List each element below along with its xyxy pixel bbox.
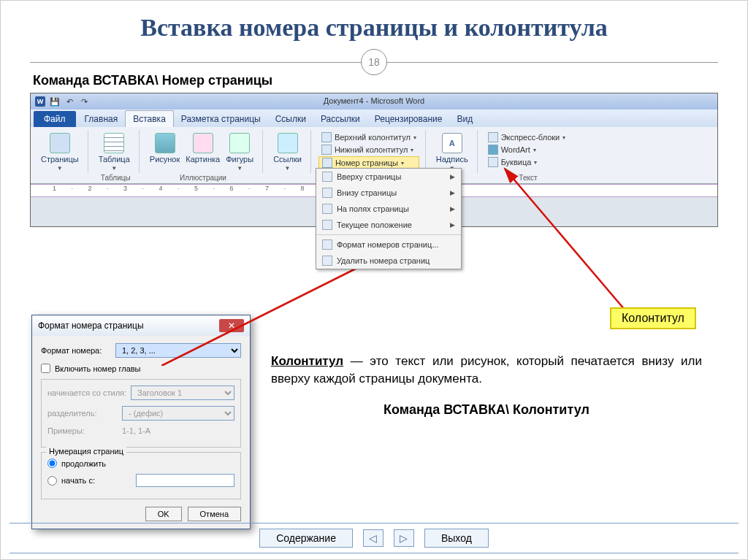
chevron-down-icon: ▼ <box>111 165 117 172</box>
next-slide-button[interactable]: ▷ <box>394 529 414 547</box>
menu-label: На полях страницы <box>337 204 409 213</box>
start-at-radio[interactable] <box>47 476 57 486</box>
cancel-button[interactable]: Отмена <box>188 507 241 521</box>
group-pages: Страницы ▼ <box>35 130 88 173</box>
group-illustrations: Рисунок Картинка Фигуры ▼ Иллюстрации <box>144 130 263 173</box>
quick-parts-icon <box>488 132 498 142</box>
pagenum-icon <box>322 158 332 168</box>
header-label: Верхний колонтитул <box>335 133 411 142</box>
callout-header-footer: Колонтитул <box>610 307 696 329</box>
numbering-group-title: Нумерация страниц <box>46 447 126 456</box>
pages-icon <box>50 133 70 153</box>
group-label-tables: Таблицы <box>93 174 139 182</box>
toc-button[interactable]: Содержание <box>259 529 353 548</box>
chevron-right-icon: ▶ <box>450 173 455 180</box>
numbering-group: Нумерация страниц продолжить начать с: <box>41 452 241 499</box>
textbox-icon: A <box>442 133 462 153</box>
menu-page-margins[interactable]: На полях страницы▶ <box>316 201 461 217</box>
qparts-label: Экспресс-блоки <box>501 133 560 142</box>
quick-parts-button[interactable]: Экспресс-блоки ▾ <box>485 131 569 143</box>
tab-insert[interactable]: Вставка <box>125 110 174 127</box>
menu-format-page-numbers[interactable]: Формат номеров страниц... <box>316 237 461 253</box>
links-button[interactable]: Ссылки ▼ <box>270 131 305 173</box>
description-block: Колонтитул — это текст или рисунок, кото… <box>271 353 702 419</box>
command-caption-2: Команда ВСТАВКА\ Колонтитул <box>271 401 702 419</box>
arrow-annotation-header <box>497 161 644 322</box>
footer-label: Нижний колонтитул <box>335 145 408 154</box>
dialog-title-text: Формат номера страницы <box>38 321 144 331</box>
group-text-textbox: A Надпись ▼ <box>430 130 478 173</box>
footer-icon <box>321 145 332 155</box>
ok-button[interactable]: OK <box>145 507 182 521</box>
word-app-icon: W <box>35 96 45 107</box>
tab-references[interactable]: Ссылки <box>268 111 313 127</box>
group-label-illustrations: Иллюстрации <box>144 174 262 182</box>
header-footer-stack: Верхний колонтитул ▾ Нижний колонтитул ▾… <box>318 131 419 169</box>
wordart-label: WordArt <box>501 145 530 154</box>
separator-label: разделитель: <box>47 409 118 418</box>
wordart-button[interactable]: WordArt ▾ <box>485 144 569 156</box>
shapes-button[interactable]: Фигуры ▼ <box>223 131 256 173</box>
style-select: Заголовок 1 <box>131 386 234 400</box>
footer-button[interactable]: Нижний колонтитул ▾ <box>318 144 419 156</box>
clipart-label: Картинка <box>186 155 220 164</box>
pagenum-label: Номер страницы <box>335 158 398 167</box>
table-button[interactable]: Таблица ▼ <box>96 131 133 173</box>
tab-home[interactable]: Главная <box>77 111 126 127</box>
include-chapter-checkbox[interactable] <box>41 364 50 373</box>
picture-button[interactable]: Рисунок <box>147 131 183 165</box>
chevron-down-icon: ▼ <box>57 165 63 172</box>
quick-access-toolbar: W 💾 ↶ ↷ Документ4 - Microsoft Word <box>31 93 717 110</box>
page-number-dropdown: Вверху страницы▶ Внизу страницы▶ На поля… <box>316 168 462 269</box>
picture-label: Рисунок <box>150 155 180 164</box>
menu-current-position[interactable]: Текущее положение▶ <box>316 217 461 233</box>
undo-icon[interactable]: ↶ <box>64 96 75 107</box>
menu-bottom-of-page[interactable]: Внизу страницы▶ <box>316 185 461 201</box>
save-icon[interactable]: 💾 <box>50 96 60 107</box>
examples-label: Примеры: <box>47 426 118 435</box>
textbox-button[interactable]: A Надпись ▼ <box>433 131 471 173</box>
group-tables: Таблица ▼ Таблицы <box>93 130 140 173</box>
doc-top-icon <box>322 172 332 182</box>
chevron-right-icon: ▶ <box>450 205 455 212</box>
start-at-input[interactable] <box>136 474 234 487</box>
page-number-badge: 18 <box>361 49 387 75</box>
table-icon <box>104 133 124 153</box>
svg-line-1 <box>505 169 629 315</box>
header-icon <box>321 132 332 142</box>
menu-label: Внизу страницы <box>337 188 397 197</box>
header-button[interactable]: Верхний колонтитул ▾ <box>318 131 419 143</box>
start-at-label: начать с: <box>61 476 131 485</box>
tab-layout[interactable]: Разметка страницы <box>174 111 268 127</box>
chevron-right-icon: ▶ <box>450 221 455 229</box>
exit-button[interactable]: Выход <box>424 529 489 548</box>
doc-margin-icon <box>322 204 332 214</box>
tab-mailings[interactable]: Рассылки <box>313 111 367 127</box>
examples-value: 1-1, 1-A <box>122 426 150 435</box>
chevron-down-icon: ▼ <box>285 165 291 172</box>
clipart-button[interactable]: Картинка <box>183 131 223 165</box>
clipart-icon <box>193 133 213 153</box>
chevron-down-icon: ▾ <box>562 134 565 141</box>
links-icon <box>278 133 298 153</box>
remove-icon <box>322 256 332 266</box>
format-label: Формат номера: <box>41 346 111 355</box>
menu-label: Вверху страницы <box>337 172 401 181</box>
tab-view[interactable]: Вид <box>449 111 480 127</box>
redo-icon[interactable]: ↷ <box>79 96 89 107</box>
continue-radio[interactable] <box>47 459 57 468</box>
slide-title: Вставка номера страницы и колонтитула <box>30 14 718 42</box>
menu-label: Формат номеров страниц... <box>337 240 439 249</box>
prev-slide-button[interactable]: ◁ <box>363 529 383 547</box>
doc-bottom-icon <box>322 188 332 198</box>
textbox-label: Надпись <box>436 155 468 164</box>
tab-file[interactable]: Файл <box>34 111 76 127</box>
menu-top-of-page[interactable]: Вверху страницы▶ <box>316 169 461 185</box>
continue-label: продолжить <box>61 459 131 468</box>
menu-remove-page-numbers[interactable]: Удалить номера страниц <box>316 253 461 269</box>
menu-label: Удалить номера страниц <box>337 256 430 265</box>
tab-review[interactable]: Рецензирование <box>367 111 450 127</box>
pages-button[interactable]: Страницы ▼ <box>38 131 82 173</box>
chevron-down-icon: ▾ <box>413 134 416 141</box>
desc-term: Колонтитул <box>271 354 343 368</box>
